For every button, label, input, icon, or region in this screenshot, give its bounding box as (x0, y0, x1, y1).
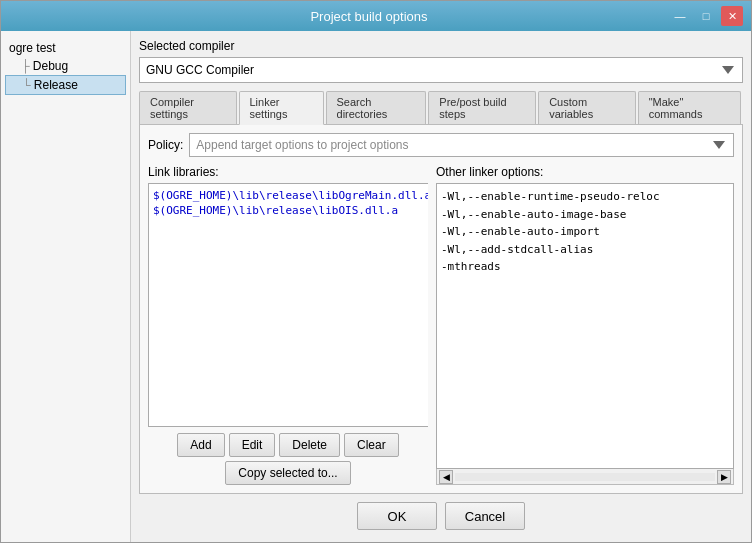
title-bar: Project build options — □ ✕ (1, 1, 751, 31)
link-libraries-label: Link libraries: (148, 165, 428, 179)
main-panel: Selected compiler GNU GCC Compiler Compi… (131, 31, 751, 542)
content-area: ogre test Debug Release Selected compile… (1, 31, 751, 542)
lib-list[interactable]: $(OGRE_HOME)\lib\release\libOgreMain.dll… (148, 183, 428, 427)
compiler-select[interactable]: GNU GCC Compiler (139, 57, 743, 83)
delete-button[interactable]: Delete (279, 433, 340, 457)
clear-button[interactable]: Clear (344, 433, 399, 457)
tab-custom-variables[interactable]: Custom variables (538, 91, 636, 124)
horizontal-scrollbar: ◀ ▶ (436, 469, 734, 485)
other-options-section: Other linker options: -Wl,--enable-runti… (436, 165, 734, 485)
hscroll-right-arrow[interactable]: ▶ (717, 470, 731, 484)
copy-row: Copy selected to... (148, 457, 428, 485)
linker-body: Link libraries: $(OGRE_HOME)\lib\release… (148, 165, 734, 485)
other-options-scroll[interactable]: -Wl,--enable-runtime-pseudo-reloc -Wl,--… (436, 183, 734, 469)
other-option-item: -Wl,--enable-auto-image-base (441, 206, 729, 224)
policy-select[interactable]: Append target options to project options (189, 133, 734, 157)
tab-search-directories[interactable]: Search directories (326, 91, 427, 124)
maximize-button[interactable]: □ (695, 6, 717, 26)
sidebar-item-release[interactable]: Release (5, 75, 126, 95)
lib-item[interactable]: $(OGRE_HOME)\lib\release\libOIS.dll.a (153, 203, 428, 218)
other-option-item: -mthreads (441, 258, 729, 276)
tab-content: Policy: Append target options to project… (139, 125, 743, 494)
main-window: Project build options — □ ✕ ogre test De… (0, 0, 752, 543)
link-libraries-section: Link libraries: $(OGRE_HOME)\lib\release… (148, 165, 428, 485)
hscroll-inner: ◀ ▶ (439, 470, 731, 484)
other-option-item: -Wl,--add-stdcall-alias (441, 241, 729, 259)
other-option-item: -Wl,--enable-runtime-pseudo-reloc (441, 188, 729, 206)
lib-scroll-wrapper: $(OGRE_HOME)\lib\release\libOgreMain.dll… (148, 183, 428, 427)
compiler-section: Selected compiler GNU GCC Compiler (139, 39, 743, 83)
tab-make-commands[interactable]: "Make" commands (638, 91, 741, 124)
sidebar-root[interactable]: ogre test (5, 39, 126, 57)
minimize-button[interactable]: — (669, 6, 691, 26)
hscroll-track[interactable] (455, 473, 715, 481)
tabs: Compiler settings Linker settings Search… (139, 91, 743, 125)
policy-row: Policy: Append target options to project… (148, 133, 734, 157)
sidebar: ogre test Debug Release (1, 31, 131, 542)
other-option-item: -Wl,--enable-auto-import (441, 223, 729, 241)
ok-button[interactable]: OK (357, 502, 437, 530)
policy-label: Policy: (148, 138, 183, 152)
footer-buttons: OK Cancel (139, 494, 743, 534)
tab-compiler-settings[interactable]: Compiler settings (139, 91, 237, 124)
edit-button[interactable]: Edit (229, 433, 276, 457)
window-title: Project build options (69, 9, 669, 24)
action-buttons: Add Edit Delete Clear (148, 433, 428, 457)
other-options-label: Other linker options: (436, 165, 734, 179)
link-libs-inner: $(OGRE_HOME)\lib\release\libOgreMain.dll… (148, 183, 428, 427)
tab-pre-post-build[interactable]: Pre/post build steps (428, 91, 536, 124)
lib-item[interactable]: $(OGRE_HOME)\lib\release\libOgreMain.dll… (153, 188, 428, 203)
close-button[interactable]: ✕ (721, 6, 743, 26)
tab-linker-settings[interactable]: Linker settings (239, 91, 324, 125)
other-options-content: -Wl,--enable-runtime-pseudo-reloc -Wl,--… (437, 184, 733, 280)
copy-selected-button[interactable]: Copy selected to... (225, 461, 350, 485)
compiler-label: Selected compiler (139, 39, 743, 53)
hscroll-left-arrow[interactable]: ◀ (439, 470, 453, 484)
cancel-button[interactable]: Cancel (445, 502, 525, 530)
window-controls: — □ ✕ (669, 6, 743, 26)
add-button[interactable]: Add (177, 433, 224, 457)
sidebar-item-debug[interactable]: Debug (5, 57, 126, 75)
